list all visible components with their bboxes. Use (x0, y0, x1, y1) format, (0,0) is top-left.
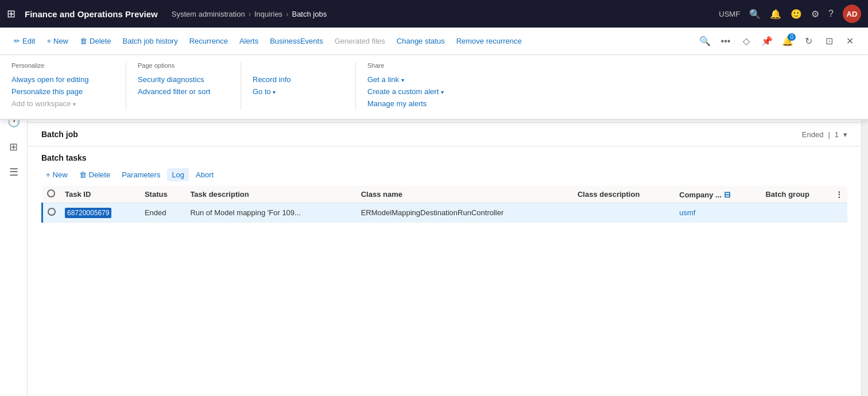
add-workspace-link[interactable]: Add to workspace ▾ (11, 98, 114, 110)
chevron-down-icon-goto: ▾ (273, 89, 276, 95)
more-cols-icon[interactable]: ⋮ (835, 190, 843, 199)
col-class-desc[interactable]: Class description (573, 186, 675, 203)
share-title: Share (367, 62, 459, 69)
settings-icon[interactable]: ⚙ (811, 9, 819, 20)
plus-icon: + (46, 37, 51, 45)
security-diagnostics-link[interactable]: Security diagnostics (138, 73, 229, 86)
alerts-button[interactable]: Alerts (235, 34, 263, 48)
advanced-filter-link[interactable]: Advanced filter or sort (138, 86, 229, 98)
edit-button[interactable]: ✏ Edit (9, 34, 40, 48)
table-body: 68720005679 Ended Run of Model mapping '… (42, 203, 848, 223)
pin-icon[interactable]: 📌 (758, 32, 776, 51)
company-link[interactable]: usmf (679, 208, 695, 217)
new-button[interactable]: + New (42, 34, 73, 48)
col-status[interactable]: Status (140, 186, 185, 203)
chevron-down-icon-alert: ▾ (441, 89, 444, 95)
tasks-abort-button[interactable]: Abort (191, 168, 218, 181)
close-icon[interactable]: ✕ (840, 32, 859, 51)
batch-job-collapse-icon[interactable]: ▾ (843, 130, 847, 139)
tasks-new-button[interactable]: + New (41, 168, 72, 181)
batch-job-count: 1 (835, 130, 839, 139)
more-action-icon[interactable]: ••• (716, 32, 735, 51)
action-right-icons: 🔍 ••• ◇ 📌 0 🔔 ↻ ⊡ ✕ (696, 32, 859, 51)
emoji-icon[interactable]: 🙂 (790, 9, 802, 20)
batch-job-status: Ended (802, 130, 824, 139)
batch-job-separator: | (828, 130, 830, 139)
tasks-parameters-button[interactable]: Parameters (117, 168, 165, 181)
help-icon[interactable]: ? (828, 9, 834, 19)
batch-job-section: Batch job Ended | 1 ▾ (28, 123, 861, 146)
breadcrumb-chevron-1: › (249, 10, 251, 18)
record-goto-section: x Record info Go to ▾ (241, 62, 356, 110)
remove-recurrence-button[interactable]: Remove recurrence (452, 34, 526, 48)
batch-job-history-button[interactable]: Batch job history (118, 34, 183, 48)
open-new-icon[interactable]: ⊡ (820, 32, 838, 51)
breadcrumb-batch-jobs: Batch jobs (292, 10, 327, 18)
generated-files-button[interactable]: Generated files (330, 34, 390, 48)
topbar-right: USMF 🔍 🔔 🙂 ⚙ ? AD (719, 5, 861, 23)
business-events-button[interactable]: BusinessEvents (265, 34, 328, 48)
row-company[interactable]: usmf (675, 203, 761, 223)
col-batch-group[interactable]: Batch group ⋮ (761, 186, 847, 203)
personalize-title: Personalize (11, 62, 114, 69)
manage-alerts-link[interactable]: Manage my alerts (367, 98, 459, 110)
header-radio[interactable] (47, 189, 55, 197)
always-open-editing-link[interactable]: Always open for editing (11, 73, 114, 86)
refresh-icon[interactable]: ↻ (799, 32, 817, 51)
tasks-log-button[interactable]: Log (167, 168, 189, 181)
col-company[interactable]: Company ... ⊟ (675, 186, 761, 203)
batch-job-title: Batch job (41, 130, 78, 139)
delete-icon: 🗑 (80, 37, 87, 45)
personalize-section: Personalize Always open for editing Pers… (11, 62, 126, 110)
company-selector[interactable]: USMF (719, 10, 740, 18)
create-alert-link[interactable]: Create a custom alert ▾ (367, 86, 459, 98)
grid-icon[interactable]: ⊞ (7, 7, 16, 20)
share-section: Share Get a link ▾ Create a custom alert… (356, 62, 471, 110)
breadcrumb: System administration › Inquiries › Batc… (172, 10, 327, 18)
go-to-link[interactable]: Go to ▾ (253, 86, 344, 98)
notifications-count-icon[interactable]: 0 🔔 (778, 32, 797, 51)
delete-button[interactable]: 🗑 Delete (75, 34, 116, 48)
batch-job-header[interactable]: Batch job Ended | 1 ▾ (41, 130, 847, 139)
get-link-link[interactable]: Get a link ▾ (367, 73, 459, 86)
search-action-icon[interactable]: 🔍 (696, 32, 714, 51)
bookmark-icon[interactable]: ◇ (737, 32, 755, 51)
record-info-link[interactable]: Record info (253, 73, 344, 86)
avatar[interactable]: AD (843, 5, 861, 23)
search-icon[interactable]: 🔍 (749, 9, 761, 20)
tasks-table: Task ID Status Task description Class na… (41, 186, 847, 223)
row-class-name: ERModelMappingDestinationRunController (356, 203, 573, 223)
notification-icon[interactable]: 🔔 (770, 9, 781, 20)
table-row[interactable]: 68720005679 Ended Run of Model mapping '… (42, 203, 848, 223)
table-header: Task ID Status Task description Class na… (42, 186, 848, 203)
filter-icon-company[interactable]: ⊟ (724, 190, 731, 199)
tasks-delete-icon: 🗑 (79, 170, 87, 179)
batch-job-right: Ended | 1 ▾ (802, 130, 847, 139)
actionbar: ✏ Edit + New 🗑 Delete Batch job history … (0, 28, 868, 55)
breadcrumb-inquiries[interactable]: Inquiries (254, 10, 282, 18)
table-header-row: Task ID Status Task description Class na… (42, 186, 848, 203)
recurrence-button[interactable]: Recurrence (185, 34, 232, 48)
row-radio[interactable] (42, 203, 61, 223)
row-class-desc (573, 203, 675, 223)
row-radio-btn[interactable] (48, 208, 56, 216)
col-radio (42, 186, 61, 203)
col-task-desc[interactable]: Task description (185, 186, 356, 203)
batch-tasks-section: Batch tasks + New 🗑 Delete Parameters Lo… (28, 146, 861, 396)
change-status-button[interactable]: Change status (392, 34, 450, 48)
chevron-down-icon: ▾ (73, 101, 76, 107)
sidebar-list-icon[interactable]: ☰ (2, 161, 25, 184)
row-task-desc: Run of Model mapping 'For 109... (185, 203, 356, 223)
col-class-name[interactable]: Class name (356, 186, 573, 203)
sidebar-workspace-icon[interactable]: ⊞ (2, 135, 25, 158)
tasks-delete-button[interactable]: 🗑 Delete (75, 168, 115, 181)
breadcrumb-system-admin[interactable]: System administration (172, 10, 245, 18)
personalize-page-link[interactable]: Personalize this page (11, 86, 114, 98)
tasks-plus-icon: + (46, 170, 51, 179)
col-task-id[interactable]: Task ID (60, 186, 140, 203)
page-options-title: Page options (138, 62, 229, 69)
page-options-section: Page options Security diagnostics Advanc… (126, 62, 241, 110)
app-title: Finance and Operations Preview (25, 9, 158, 19)
tasks-toolbar: + New 🗑 Delete Parameters Log Abort (41, 168, 847, 181)
batch-tasks-title: Batch tasks (41, 153, 847, 162)
